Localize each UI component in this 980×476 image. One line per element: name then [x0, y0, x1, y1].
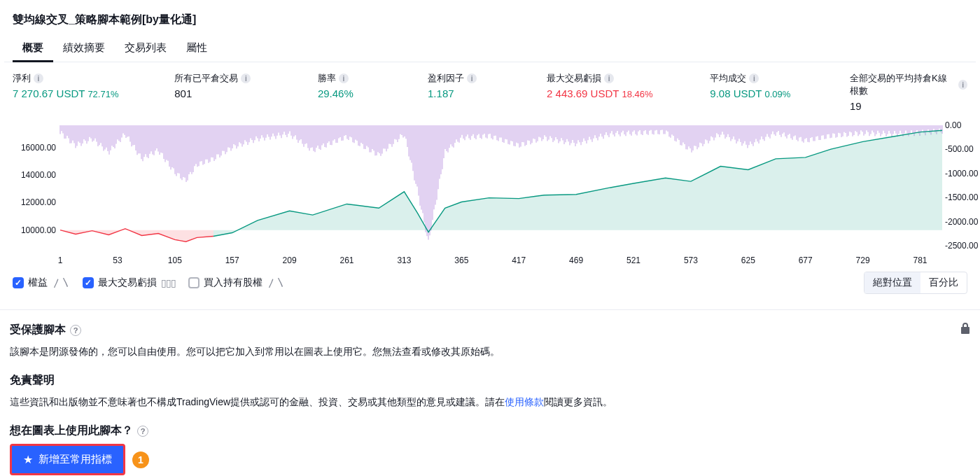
- tab-2[interactable]: 交易列表: [115, 34, 176, 62]
- bar-sample-icon: ▯▯▯: [161, 277, 176, 288]
- tab-3[interactable]: 屬性: [176, 34, 217, 62]
- tabs-row: 概要績效摘要交易列表屬性: [4, 34, 976, 62]
- use-script-title: 想在圖表上使用此腳本？ ?: [10, 424, 970, 438]
- star-icon: ★: [23, 453, 33, 466]
- svg-text:1: 1: [58, 255, 63, 265]
- help-icon[interactable]: ?: [137, 426, 148, 437]
- legend-drawdown[interactable]: ✓ 最大交易虧損 ▯▯▯: [83, 276, 176, 289]
- metric-0: 淨利i7 270.67 USDT72.71%: [13, 72, 174, 112]
- metric-4: 最大交易虧損i2 443.69 USDT18.46%: [547, 72, 710, 112]
- tab-0[interactable]: 概要: [13, 34, 53, 62]
- svg-text:12000.00: 12000.00: [21, 197, 56, 207]
- add-to-favorites-button[interactable]: ★ 新增至常用指標: [10, 444, 125, 475]
- metric-1: 所有已平倉交易i801: [174, 72, 318, 112]
- svg-text:-500.00: -500.00: [945, 144, 974, 154]
- disclaimer-section: 免責聲明 這些資訊和出版物並不意味著也不構成TradingView提供或認可的金…: [10, 373, 970, 411]
- page-title: 雙均線交叉_策略腳本範例[by量化通]: [4, 0, 976, 30]
- svg-text:0.00: 0.00: [945, 120, 962, 130]
- metrics-row: 淨利i7 270.67 USDT72.71%所有已平倉交易i801勝率i29.4…: [4, 62, 976, 112]
- action-row: ★ 新增至常用指標 1: [10, 444, 970, 475]
- scale-toggle: 絕對位置 百分比: [864, 272, 967, 294]
- svg-text:313: 313: [397, 255, 411, 265]
- line-sample-icon: 〳〵: [52, 277, 70, 288]
- info-icon[interactable]: i: [604, 74, 614, 83]
- svg-text:10000.00: 10000.00: [21, 225, 56, 235]
- info-icon[interactable]: i: [34, 74, 43, 83]
- svg-text:677: 677: [799, 255, 813, 265]
- metric-value: 29.46%: [318, 88, 428, 99]
- checkbox-icon: ✓: [83, 277, 94, 288]
- checkbox-icon: ✓: [13, 277, 24, 288]
- help-icon[interactable]: ?: [70, 325, 81, 336]
- title-main: 雙均線交叉_策略腳本範例: [13, 13, 142, 25]
- tab-1[interactable]: 績效摘要: [53, 34, 115, 62]
- metric-value: 1.187: [428, 88, 547, 99]
- info-icon[interactable]: i: [958, 80, 967, 90]
- terms-link[interactable]: 使用條款: [505, 396, 544, 407]
- svg-text:209: 209: [283, 255, 297, 265]
- svg-text:14000.00: 14000.00: [21, 170, 56, 180]
- legend-label: 最大交易虧損: [98, 276, 157, 289]
- script-info-panel: 受保護腳本 ? 該腳本是閉源發佈的，您可以自由使用。您可以把它加入到常用以在圖表…: [0, 309, 980, 476]
- metric-label: 全部交易的平均持倉K線根數i: [850, 72, 967, 97]
- equity-chart[interactable]: 10000.0012000.0014000.0016000.000.00-500…: [13, 119, 976, 266]
- disclaimer-text: 這些資訊和出版物並不意味著也不構成TradingView提供或認可的金融、投資、…: [10, 393, 970, 411]
- svg-text:53: 53: [113, 255, 122, 265]
- svg-text:-2000.00: -2000.00: [945, 217, 979, 227]
- callout-badge: 1: [132, 451, 149, 468]
- protected-title: 受保護腳本 ?: [10, 323, 970, 337]
- legend-label: 買入持有股權: [204, 276, 262, 289]
- metric-label: 淨利i: [13, 72, 174, 85]
- info-icon[interactable]: i: [749, 74, 759, 83]
- toggle-absolute[interactable]: 絕對位置: [864, 272, 920, 293]
- toggle-percent[interactable]: 百分比: [920, 272, 967, 293]
- metric-value: 7 270.67 USDT72.71%: [13, 88, 174, 99]
- disclaimer-title: 免責聲明: [10, 373, 970, 388]
- chart-legend-row: ✓ 權益 〳〵 ✓ 最大交易虧損 ▯▯▯ 買入持有股權 〳〵 絕對位置 百分比: [4, 266, 976, 297]
- title-suffix: [by量化通]: [142, 13, 196, 25]
- svg-text:16000.00: 16000.00: [21, 143, 56, 153]
- svg-text:365: 365: [454, 255, 468, 265]
- svg-text:469: 469: [569, 255, 583, 265]
- svg-text:781: 781: [913, 255, 927, 265]
- info-icon[interactable]: i: [241, 74, 251, 83]
- svg-text:417: 417: [512, 255, 526, 265]
- metric-label: 盈利因子i: [428, 72, 547, 85]
- svg-text:261: 261: [340, 255, 354, 265]
- svg-text:729: 729: [856, 255, 870, 265]
- metric-value: 2 443.69 USDT18.46%: [547, 88, 710, 99]
- metric-value: 19: [850, 100, 967, 112]
- strategy-tester-panel: 雙均線交叉_策略腳本範例[by量化通] 概要績效摘要交易列表屬性 淨利i7 27…: [0, 0, 980, 297]
- metric-5: 平均成交i9.08 USDT0.09%: [710, 72, 850, 112]
- checkbox-icon: [188, 277, 200, 288]
- svg-text:157: 157: [225, 255, 239, 265]
- lock-icon: [960, 323, 970, 336]
- button-label: 新增至常用指標: [38, 453, 112, 466]
- info-icon[interactable]: i: [339, 74, 349, 83]
- metric-value: 9.08 USDT0.09%: [710, 88, 850, 99]
- svg-text:-1000.00: -1000.00: [945, 169, 979, 178]
- protected-section: 受保護腳本 ? 該腳本是閉源發佈的，您可以自由使用。您可以把它加入到常用以在圖表…: [10, 323, 970, 360]
- svg-text:-2500.00: -2500.00: [945, 241, 979, 251]
- svg-text:-1500.00: -1500.00: [945, 192, 979, 202]
- svg-text:573: 573: [684, 255, 698, 265]
- legend-buyhold[interactable]: 買入持有股權 〳〵: [188, 276, 285, 289]
- svg-text:105: 105: [168, 255, 182, 265]
- metric-value: 801: [174, 88, 318, 99]
- legend-equity[interactable]: ✓ 權益 〳〵: [13, 276, 70, 289]
- metric-6: 全部交易的平均持倉K線根數i19: [850, 72, 967, 112]
- info-icon[interactable]: i: [467, 74, 477, 83]
- protected-desc: 該腳本是閉源發佈的，您可以自由使用。您可以把它加入到常用以在圖表上使用它。您無法…: [10, 343, 970, 360]
- metric-2: 勝率i29.46%: [318, 72, 428, 112]
- svg-text:625: 625: [741, 255, 755, 265]
- svg-text:521: 521: [626, 255, 640, 265]
- metric-label: 勝率i: [318, 72, 428, 85]
- metric-3: 盈利因子i1.187: [428, 72, 547, 112]
- metric-label: 所有已平倉交易i: [174, 72, 318, 85]
- metric-label: 最大交易虧損i: [547, 72, 710, 85]
- metric-label: 平均成交i: [710, 72, 850, 85]
- line-sample-icon: 〳〵: [267, 277, 285, 288]
- legend-label: 權益: [28, 276, 48, 289]
- use-script-section: 想在圖表上使用此腳本？ ? ★ 新增至常用指標 1: [10, 424, 970, 475]
